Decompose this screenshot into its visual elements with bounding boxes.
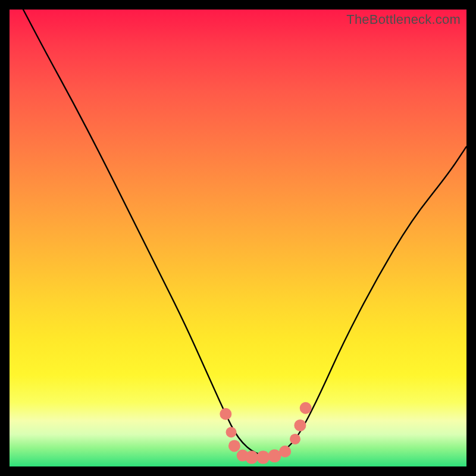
highlight-dot: [268, 449, 281, 462]
chart-frame: TheBottleneck.com: [0, 0, 476, 476]
highlight-dot: [300, 402, 312, 414]
highlight-dot: [245, 451, 258, 464]
highlight-dot: [290, 434, 300, 444]
highlight-dot: [256, 451, 270, 464]
highlight-dot: [226, 427, 237, 437]
highlight-dot: [228, 440, 240, 452]
bottleneck-curve: [23, 10, 466, 455]
highlight-dot: [220, 408, 231, 420]
plot-area: TheBottleneck.com: [10, 10, 466, 466]
curve-layer: [10, 10, 466, 466]
highlight-dots: [220, 402, 311, 464]
highlight-dot: [279, 446, 291, 458]
highlight-dot: [294, 419, 306, 431]
